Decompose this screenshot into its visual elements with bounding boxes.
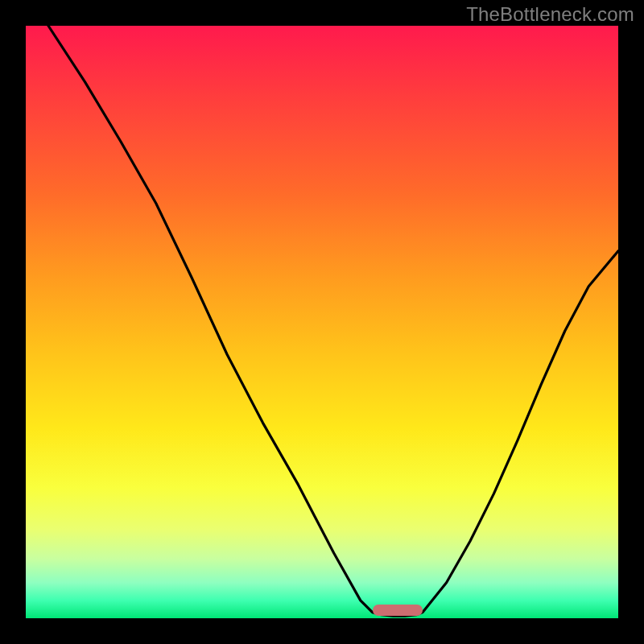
chart-stage: TheBottleneck.com <box>0 0 644 644</box>
curve-overlay <box>26 26 618 618</box>
optimum-marker <box>373 605 423 616</box>
watermark-text: TheBottleneck.com <box>466 3 634 26</box>
bottleneck-curve <box>48 26 618 616</box>
plot-area <box>26 26 618 618</box>
